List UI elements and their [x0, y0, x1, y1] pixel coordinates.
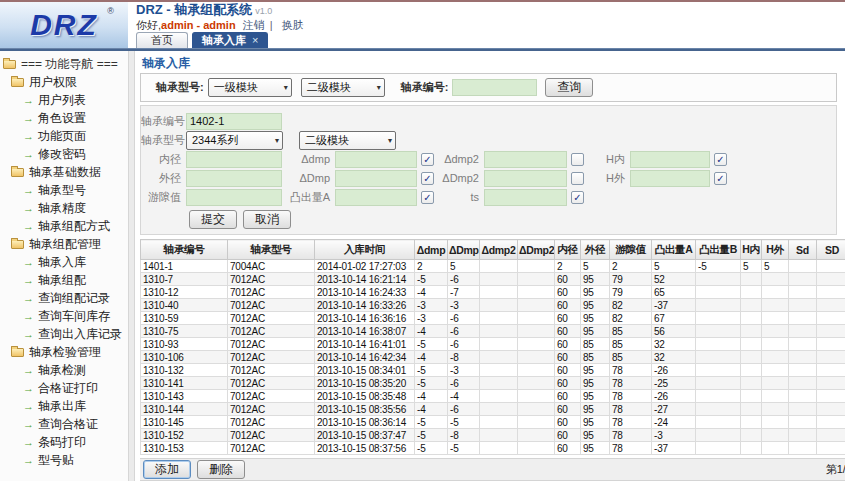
model-level2-select[interactable]: 二级模块 [299, 131, 396, 150]
arrow-icon [23, 203, 34, 214]
Dmp-checkbox[interactable]: ✓ [421, 172, 434, 185]
sidebar-item[interactable]: 查询车间库存 [0, 307, 128, 325]
sidebar-item[interactable]: 合格证打印 [0, 379, 128, 397]
table-row[interactable]: 1401-1 7004AC 2014-01-02 17:27:03 2 5 2 … [141, 260, 845, 273]
dmp-checkbox[interactable]: ✓ [421, 153, 434, 166]
sidebar-item[interactable]: 条码打印 [0, 433, 128, 451]
column-header[interactable]: ΔDmp2 [518, 240, 555, 260]
sidebar-item[interactable]: 修改密码 [0, 145, 128, 163]
column-header[interactable]: 入库时间 [315, 240, 415, 260]
table-cell [762, 299, 789, 312]
column-header[interactable]: 凸出量A [652, 240, 696, 260]
column-header[interactable]: Δdmp2 [480, 240, 518, 260]
table-cell: 2013-10-15 08:35:20 [315, 377, 415, 390]
table-row[interactable]: 1310-7 7012AC 2013-10-14 16:21:14 -5 -6 … [141, 273, 845, 286]
query-button[interactable]: 查询 [545, 78, 593, 97]
column-header[interactable]: ΔDmp [448, 240, 480, 260]
column-header[interactable]: 轴承编号 [141, 240, 228, 260]
tab-home[interactable]: 首页 [136, 32, 188, 48]
sidebar-item[interactable]: 查询出入库记录 [0, 325, 128, 343]
serial-input[interactable] [186, 113, 282, 130]
clearance-input[interactable] [186, 189, 282, 206]
sidebar-item[interactable]: 功能页面 [0, 127, 128, 145]
table-row[interactable]: 1310-152 7012AC 2013-10-15 08:37:47 -5 -… [141, 429, 845, 442]
column-header[interactable]: SD [817, 240, 845, 260]
h-inner-checkbox[interactable]: ✓ [714, 153, 727, 166]
sidebar-item[interactable]: 轴承组配 [0, 271, 128, 289]
sidebar-item[interactable]: 轴承检验管理 [0, 343, 128, 361]
sidebar-item[interactable]: === 功能导航 === [0, 55, 128, 73]
sidebar-item[interactable]: 用户列表 [0, 91, 128, 109]
sidebar-item[interactable]: 查询组配记录 [0, 289, 128, 307]
table-row[interactable]: 1310-153 7012AC 2013-10-15 08:37:56 -5 -… [141, 442, 845, 455]
table-row[interactable]: 1310-12 7012AC 2013-10-14 16:24:33 -4 -7… [141, 286, 845, 299]
inner-diameter-input[interactable] [186, 151, 282, 168]
sidebar-item[interactable]: 角色设置 [0, 109, 128, 127]
table-cell: 7012AC [228, 390, 315, 403]
dmp-input[interactable] [335, 151, 417, 168]
h-inner-input[interactable] [630, 151, 710, 168]
sidebar-item[interactable]: 轴承精度 [0, 199, 128, 217]
tab-bearing-inbound[interactable]: 轴承入库× [192, 32, 268, 48]
sidebar-item[interactable]: 轴承入库 [0, 253, 128, 271]
h-outer-checkbox[interactable]: ✓ [714, 172, 727, 185]
column-header[interactable]: 凸出量B [696, 240, 741, 260]
table-row[interactable]: 1310-75 7012AC 2013-10-14 16:38:07 -4 -6… [141, 325, 845, 338]
table-row[interactable]: 1310-143 7012AC 2013-10-15 08:35:48 -4 -… [141, 390, 845, 403]
sidebar-item[interactable]: 轴承组配管理 [0, 235, 128, 253]
table-cell: -5 [415, 273, 448, 286]
ts-input[interactable] [484, 189, 567, 206]
table-row[interactable]: 1310-106 7012AC 2013-10-14 16:42:34 -4 -… [141, 351, 845, 364]
protrusion-a-input[interactable] [335, 189, 417, 206]
column-header[interactable]: H内 [741, 240, 762, 260]
Dmp-input[interactable] [335, 170, 417, 187]
protrusion-a-checkbox[interactable]: ✓ [421, 191, 434, 204]
sidebar-item[interactable]: 轴承型号 [0, 181, 128, 199]
logout-link[interactable]: 注销 [243, 19, 265, 31]
sidebar-item-label: 角色设置 [38, 110, 86, 127]
table-cell: 79 [610, 286, 652, 299]
sidebar-item[interactable]: 用户权限 [0, 73, 128, 91]
tab-close-icon[interactable]: × [252, 34, 258, 46]
submit-button[interactable]: 提交 [189, 210, 237, 229]
outer-diameter-input[interactable] [186, 170, 282, 187]
cancel-button[interactable]: 取消 [243, 210, 291, 229]
sidebar-item[interactable]: 轴承基础数据 [0, 163, 128, 181]
table-row[interactable]: 1310-144 7012AC 2013-10-15 08:35:56 -4 -… [141, 403, 845, 416]
table-cell [696, 416, 741, 429]
h-outer-input[interactable] [630, 170, 710, 187]
add-button[interactable]: 添加 [143, 460, 191, 479]
search-serial-input[interactable] [452, 79, 537, 96]
column-header[interactable]: Sd [789, 240, 817, 260]
table-row[interactable]: 1310-93 7012AC 2013-10-14 16:41:01 -5 -6… [141, 338, 845, 351]
column-header[interactable]: 内径 [555, 240, 581, 260]
sidebar-item[interactable]: 轴承检测 [0, 361, 128, 379]
dmp2-input[interactable] [484, 151, 567, 168]
Dmp2-checkbox[interactable] [571, 172, 584, 185]
skin-link[interactable]: 换肤 [282, 19, 304, 31]
dmp2-checkbox[interactable] [571, 153, 584, 166]
sidebar-splitter[interactable] [128, 51, 135, 481]
level1-module-select[interactable]: 一级模块 [208, 78, 292, 97]
sidebar-item[interactable]: 型号贴 [0, 451, 128, 469]
table-row[interactable]: 1310-141 7012AC 2013-10-15 08:35:20 -5 -… [141, 377, 845, 390]
table-row[interactable]: 1310-59 7012AC 2013-10-14 16:36:16 -3 -6… [141, 312, 845, 325]
column-header[interactable]: H外 [762, 240, 789, 260]
sidebar-item[interactable]: 查询合格证 [0, 415, 128, 433]
delete-button[interactable]: 删除 [197, 460, 245, 479]
table-cell [480, 403, 518, 416]
table-row[interactable]: 1310-145 7012AC 2013-10-15 08:36:14 -5 -… [141, 416, 845, 429]
column-header[interactable]: 游隙值 [610, 240, 652, 260]
table-row[interactable]: 1310-40 7012AC 2013-10-14 16:33:26 -3 -3… [141, 299, 845, 312]
model-series-select[interactable]: 2344系列 [186, 131, 283, 150]
search-serial-label: 轴承编号: [401, 80, 449, 95]
sidebar-item[interactable]: 轴承出库 [0, 397, 128, 415]
column-header[interactable]: Δdmp [415, 240, 448, 260]
column-header[interactable]: 外径 [581, 240, 610, 260]
column-header[interactable]: 轴承型号 [228, 240, 315, 260]
sidebar-item[interactable]: 轴承组配方式 [0, 217, 128, 235]
ts-checkbox[interactable]: ✓ [571, 191, 584, 204]
level2-module-select[interactable]: 二级模块 [301, 78, 385, 97]
table-row[interactable]: 1310-132 7012AC 2013-10-15 08:34:01 -5 -… [141, 364, 845, 377]
Dmp2-input[interactable] [484, 170, 567, 187]
